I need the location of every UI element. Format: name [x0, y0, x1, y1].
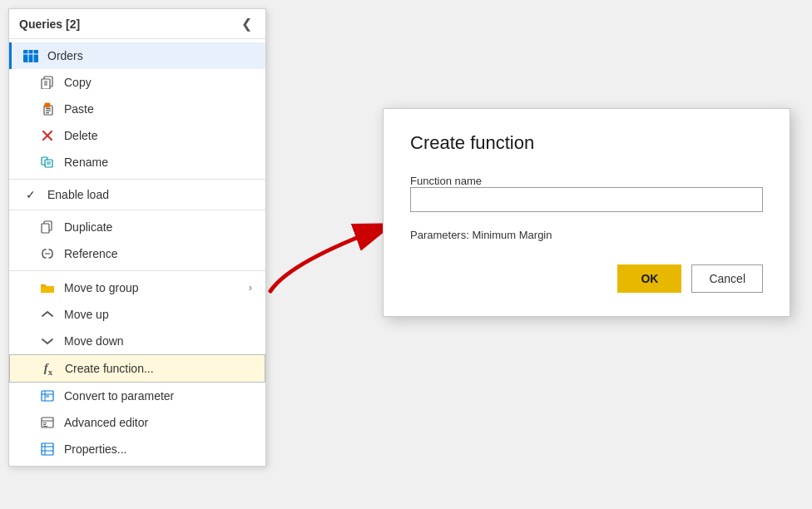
advanced-editor-label: Advanced editor: [64, 416, 252, 429]
menu-item-delete[interactable]: Delete: [9, 122, 265, 149]
menu-list: Orders Copy: [9, 39, 265, 466]
dialog-title: Create function: [410, 132, 763, 154]
folder-icon: [39, 279, 56, 296]
move-down-icon: [39, 333, 56, 349]
menu-item-move-to-group[interactable]: Move to group ›: [9, 274, 265, 301]
ok-button[interactable]: OK: [617, 264, 681, 293]
menu-item-properties[interactable]: Properties...: [9, 436, 265, 462]
delete-label: Delete: [64, 129, 252, 142]
svg-rect-27: [46, 395, 49, 398]
move-up-label: Move up: [64, 308, 252, 321]
rename-icon: [39, 154, 56, 170]
copy-label: Copy: [64, 76, 252, 89]
svg-rect-0: [23, 50, 38, 62]
table-icon: [22, 47, 39, 64]
copy-icon: [39, 74, 56, 91]
duplicate-label: Duplicate: [64, 220, 252, 234]
svg-rect-22: [42, 224, 49, 233]
menu-item-paste[interactable]: Paste: [9, 96, 265, 122]
menu-item-enable-load[interactable]: ✓ Enable load: [9, 183, 265, 206]
svg-rect-10: [45, 103, 50, 107]
dialog-buttons: OK Cancel: [410, 264, 763, 293]
menu-item-move-up[interactable]: Move up: [9, 301, 265, 328]
enable-load-label: Enable load: [47, 188, 252, 201]
create-function-label: Create function...: [65, 362, 251, 375]
checkmark-icon: ✓: [22, 188, 39, 201]
svg-rect-13: [46, 112, 49, 113]
menu-item-move-down[interactable]: Move down: [9, 328, 265, 354]
submenu-arrow-icon: ›: [249, 282, 252, 294]
orders-label: Orders: [47, 49, 252, 62]
duplicate-icon: [39, 219, 56, 235]
menu-item-rename[interactable]: Rename: [9, 149, 265, 175]
properties-icon: [39, 441, 56, 457]
move-down-label: Move down: [64, 334, 252, 348]
menu-item-copy[interactable]: Copy: [9, 69, 265, 96]
separator-2: [9, 210, 265, 210]
move-to-group-label: Move to group: [64, 281, 249, 294]
delete-icon: [39, 127, 56, 144]
convert-to-parameter-label: Convert to parameter: [64, 389, 252, 403]
params-label: Parameters: Minimum Margin: [410, 229, 763, 241]
reference-icon: [39, 245, 56, 262]
menu-item-orders[interactable]: Orders: [9, 42, 265, 69]
convert-to-parameter-icon: [39, 388, 56, 404]
fx-icon: fx: [40, 360, 57, 377]
reference-label: Reference: [64, 247, 252, 260]
move-up-icon: [39, 306, 56, 323]
svg-rect-33: [42, 443, 53, 455]
function-name-label: Function name: [410, 175, 482, 187]
paste-label: Paste: [64, 102, 252, 116]
menu-item-create-function[interactable]: fx Create function...: [9, 354, 265, 383]
menu-item-advanced-editor[interactable]: Advanced editor: [9, 409, 265, 436]
function-name-input[interactable]: [410, 187, 763, 212]
rename-label: Rename: [64, 156, 252, 169]
menu-item-convert-to-parameter[interactable]: Convert to parameter: [9, 383, 265, 409]
svg-rect-5: [42, 79, 50, 89]
svg-rect-11: [46, 108, 51, 109]
create-function-dialog: Create function Function name Parameters…: [383, 108, 790, 317]
separator-3: [9, 270, 265, 271]
panel-title: Queries [2]: [19, 17, 80, 31]
menu-item-duplicate[interactable]: Duplicate: [9, 214, 265, 240]
properties-label: Properties...: [64, 442, 252, 456]
panel-header: Queries [2] ❮: [9, 9, 265, 39]
separator-1: [9, 179, 265, 180]
svg-rect-12: [46, 111, 51, 111]
menu-item-reference[interactable]: Reference: [9, 240, 265, 267]
collapse-button[interactable]: ❮: [238, 16, 255, 32]
paste-icon: [39, 101, 56, 117]
context-menu-panel: Queries [2] ❮ Orders: [8, 8, 266, 467]
cancel-button[interactable]: Cancel: [691, 264, 763, 293]
advanced-editor-icon: [39, 414, 56, 431]
